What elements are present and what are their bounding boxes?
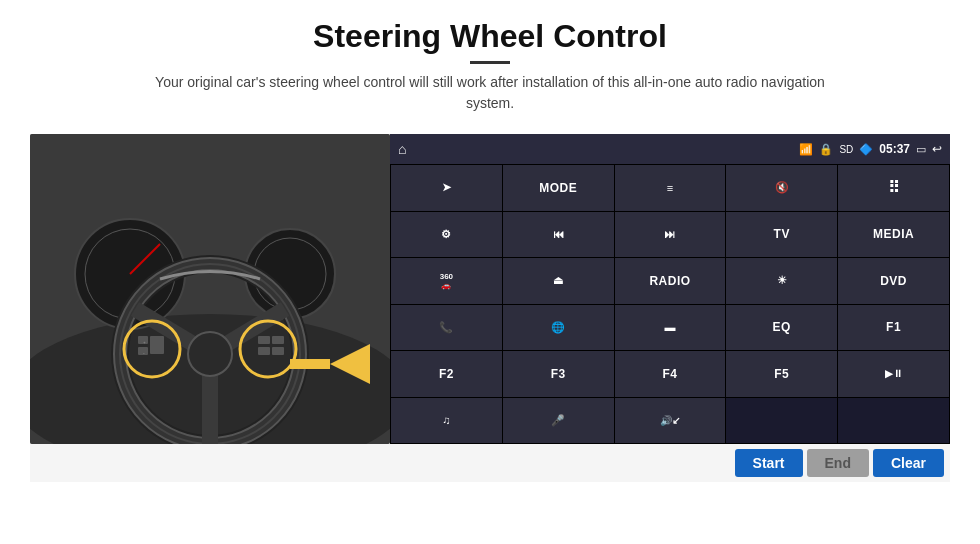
settings-button[interactable]: ⚙	[391, 212, 502, 258]
back-icon[interactable]: ↩	[932, 142, 942, 156]
eq-button[interactable]: EQ	[726, 305, 837, 351]
home-icon[interactable]: ⌂	[398, 141, 406, 157]
list-button[interactable]: ≡	[615, 165, 726, 211]
content-area: + - ⌂ 📶	[30, 134, 950, 444]
screen-button[interactable]: ▬	[615, 305, 726, 351]
control-panel: ⌂ 📶 🔒 SD 🔷 05:37 ▭ ↩ ➤ MODE ≡ 🔇	[390, 134, 950, 444]
radio-button[interactable]: RADIO	[615, 258, 726, 304]
lock-icon: 🔒	[819, 143, 833, 156]
status-right: 📶 🔒 SD 🔷 05:37 ▭ ↩	[799, 142, 942, 156]
f3-button[interactable]: F3	[503, 351, 614, 397]
title-divider	[470, 61, 510, 64]
f1-button[interactable]: F1	[838, 305, 949, 351]
page-title: Steering Wheel Control	[140, 18, 840, 55]
end-button[interactable]: End	[807, 449, 869, 477]
clear-button[interactable]: Clear	[873, 449, 944, 477]
bluetooth-icon: 🔷	[859, 143, 873, 156]
music-button[interactable]: ♫	[391, 398, 502, 444]
next-button[interactable]: ⏭	[615, 212, 726, 258]
eject-button[interactable]: ⏏	[503, 258, 614, 304]
360-button[interactable]: 360 🚗	[391, 258, 502, 304]
browser-button[interactable]: 🌐	[503, 305, 614, 351]
dvd-button[interactable]: DVD	[838, 258, 949, 304]
prev-button[interactable]: ⏮	[503, 212, 614, 258]
svg-rect-27	[290, 359, 330, 369]
subtitle: Your original car's steering wheel contr…	[140, 72, 840, 114]
media-button[interactable]: MEDIA	[838, 212, 949, 258]
wifi-icon: 📶	[799, 143, 813, 156]
svg-rect-23	[258, 347, 270, 355]
svg-rect-22	[258, 336, 270, 344]
svg-rect-24	[272, 336, 284, 344]
phone-button[interactable]: 📞	[391, 305, 502, 351]
action-bar: Start End Clear	[30, 444, 950, 482]
svg-rect-25	[272, 347, 284, 355]
start-button[interactable]: Start	[735, 449, 803, 477]
empty2	[838, 398, 949, 444]
time-display: 05:37	[879, 142, 910, 156]
f5-button[interactable]: F5	[726, 351, 837, 397]
mute-button[interactable]: 🔇	[726, 165, 837, 211]
svg-text:+: +	[143, 340, 146, 345]
apps-button[interactable]: ⠿	[838, 165, 949, 211]
svg-point-14	[188, 332, 232, 376]
playpause-button[interactable]: ▶⏸	[838, 351, 949, 397]
vol-button[interactable]: 🔊↙	[615, 398, 726, 444]
sd-icon: SD	[839, 144, 853, 155]
title-section: Steering Wheel Control Your original car…	[140, 18, 840, 128]
empty1	[726, 398, 837, 444]
page-container: Steering Wheel Control Your original car…	[0, 0, 980, 544]
screen-icon: ▭	[916, 143, 926, 156]
brightness-button[interactable]: ☀	[726, 258, 837, 304]
f4-button[interactable]: F4	[615, 351, 726, 397]
status-left: ⌂	[398, 141, 406, 157]
button-grid: ➤ MODE ≡ 🔇 ⠿ ⚙ ⏮ ⏭ TV MEDIA 360 🚗 ⏏ RADI…	[390, 164, 950, 444]
mic-button[interactable]: 🎤	[503, 398, 614, 444]
steering-wheel-image: + -	[30, 134, 390, 444]
nav-button[interactable]: ➤	[391, 165, 502, 211]
svg-rect-19	[150, 336, 164, 354]
mode-button[interactable]: MODE	[503, 165, 614, 211]
tv-button[interactable]: TV	[726, 212, 837, 258]
f2-button[interactable]: F2	[391, 351, 502, 397]
status-bar: ⌂ 📶 🔒 SD 🔷 05:37 ▭ ↩	[390, 134, 950, 164]
